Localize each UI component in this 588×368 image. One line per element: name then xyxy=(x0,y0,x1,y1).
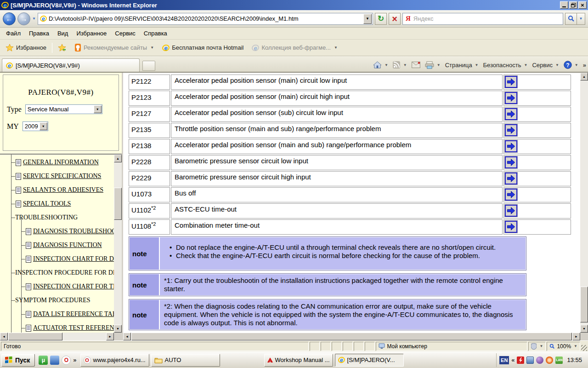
antivirus-icon[interactable] xyxy=(546,356,553,364)
add-favorite-button[interactable] xyxy=(55,42,69,53)
task-workshop-manual[interactable]: Workshop Manual ... xyxy=(264,354,333,367)
clock[interactable]: 13:55 xyxy=(565,356,584,363)
tree-link[interactable]: GENERAL INFORMATION xyxy=(23,159,99,166)
tree-link[interactable]: SEALANTS OR ADHESIVES xyxy=(23,186,103,194)
open-topic-button[interactable] xyxy=(505,205,517,217)
open-topic-button[interactable] xyxy=(505,189,517,201)
tree-item-service-specifications[interactable]: SERVICE SPECIFICATIONS xyxy=(0,169,114,183)
suggested-sites-button[interactable]: Рекомендуемые сайты ▼ xyxy=(72,42,157,53)
tray-alert-icon[interactable] xyxy=(517,356,524,364)
messenger-icon[interactable] xyxy=(50,356,59,365)
tree-link[interactable]: ACTUATOR TEST REFERENCE TABLE xyxy=(33,324,114,332)
scrollbar-thumb[interactable] xyxy=(8,333,62,340)
minimize-button[interactable] xyxy=(560,1,568,9)
tree-item-sealants-or-adhesives[interactable]: SEALANTS OR ADHESIVES xyxy=(0,183,114,197)
tree-item-diagnosis-function[interactable]: DIAGNOSIS FUNCTION xyxy=(0,238,114,252)
back-button[interactable]: ← xyxy=(3,12,16,25)
open-topic-button[interactable] xyxy=(505,108,517,120)
restore-button[interactable] xyxy=(569,1,577,9)
sidebar-vertical-scrollbar[interactable]: ▲ ▼ xyxy=(114,155,122,333)
address-text[interactable]: D:\Avtotools\P-IV(pajero 09)\SERVICE\003… xyxy=(49,15,362,22)
print-button[interactable]: ▼ xyxy=(425,61,441,69)
network-icon[interactable] xyxy=(526,356,534,364)
search-box[interactable]: Я Яндекс xyxy=(402,13,563,25)
open-topic-button[interactable] xyxy=(505,140,517,152)
scroll-left-button[interactable]: ◄ xyxy=(0,333,8,340)
scroll-down-button[interactable]: ▼ xyxy=(114,325,122,333)
refresh-button[interactable]: ↻ xyxy=(375,13,387,25)
open-topic-button[interactable] xyxy=(505,92,517,104)
menu-edit[interactable]: Правка xyxy=(25,29,53,38)
tray-collapse-icon[interactable]: « xyxy=(511,356,514,363)
tab-pajero[interactable]: e [S/M]PAJERO(V8#,V9#) xyxy=(2,58,140,72)
search-dropdown-button[interactable]: ▼ xyxy=(577,13,585,25)
tree-link[interactable]: DATA LIST REFERENCE TABLE xyxy=(33,310,114,318)
search-button[interactable] xyxy=(565,13,577,25)
lan-icon[interactable]: LAN xyxy=(555,356,563,364)
tree-link[interactable]: SPECIAL TOOLS xyxy=(23,200,71,207)
task-pajero4x4[interactable]: O www.pajero4x4.ru... xyxy=(80,354,149,367)
tools-menu-button[interactable]: Сервис▼ xyxy=(532,62,559,69)
feeds-button[interactable]: ▼ xyxy=(393,61,407,69)
protected-mode-button[interactable]: ▼ xyxy=(528,342,546,351)
page-menu-button[interactable]: Страница▼ xyxy=(445,62,479,69)
tree-link[interactable]: INSPECTION CHART FOR DIAGNOSIS xyxy=(33,255,114,263)
web-slices-button[interactable]: e Коллекция веб-фрагме... ▼ xyxy=(249,42,340,53)
history-dropdown-icon[interactable]: ▼ xyxy=(32,17,36,21)
daemon-tools-icon[interactable] xyxy=(536,356,543,364)
scroll-right-button[interactable]: ► xyxy=(106,333,114,340)
menu-view[interactable]: Вид xyxy=(53,29,73,38)
menu-favorites[interactable]: Избранное xyxy=(72,29,111,38)
tree-item-inspection-chart-for-diagnosis[interactable]: INSPECTION CHART FOR DIAGNOSIS xyxy=(0,252,114,266)
hotmail-button[interactable]: e Бесплатная почта Hotmail xyxy=(159,42,246,53)
scroll-down-button[interactable]: ▼ xyxy=(580,325,588,333)
scroll-up-button[interactable]: ▲ xyxy=(114,155,122,162)
mail-button[interactable] xyxy=(412,62,420,68)
tree-link[interactable]: DIAGNOSIS FUNCTION xyxy=(33,242,102,249)
utorrent-icon[interactable]: μ xyxy=(39,356,48,365)
open-topic-button[interactable] xyxy=(505,172,517,184)
forward-button[interactable]: → xyxy=(17,12,30,25)
toolbar-overflow-icon[interactable]: » xyxy=(583,62,586,69)
task-pajero-ie[interactable]: e [S/M]PAJERO(V... xyxy=(335,354,404,367)
tree-item-inspection-chart-for-trouble[interactable]: INSPECTION CHART FOR TROUBLE xyxy=(0,280,114,293)
model-year-select[interactable]: 2009 ▼ xyxy=(23,121,48,131)
tree-link[interactable]: SERVICE SPECIFICATIONS xyxy=(23,172,101,180)
menu-help[interactable]: Справка xyxy=(140,29,171,38)
zoom-control[interactable]: 100% ▼ xyxy=(547,342,580,351)
safety-menu-button[interactable]: Безопасность▼ xyxy=(483,62,528,69)
scroll-left-button[interactable]: ◄ xyxy=(123,333,131,340)
language-indicator[interactable]: EN xyxy=(499,356,509,364)
scroll-up-button[interactable]: ▲ xyxy=(580,73,588,80)
tree-link[interactable]: DIAGNOSIS TROUBLESHOOTING xyxy=(33,228,114,235)
open-topic-button[interactable] xyxy=(505,221,517,233)
open-topic-button[interactable] xyxy=(505,76,517,88)
tree-item-data-list-reference-table[interactable]: DATA LIST REFERENCE TABLE xyxy=(0,307,114,321)
tree-item-general-information[interactable]: GENERAL INFORMATION xyxy=(0,155,114,169)
tree-item-special-tools[interactable]: SPECIAL TOOLS xyxy=(0,197,114,211)
content-vertical-scrollbar[interactable]: ▲ ▼ xyxy=(580,73,588,333)
help-button[interactable]: ? ▼ xyxy=(564,61,578,69)
quick-launch-overflow-icon[interactable]: » xyxy=(73,356,76,363)
favorites-button[interactable]: Избранное xyxy=(3,42,49,53)
scrollbar-thumb[interactable] xyxy=(580,287,588,322)
tree-item-diagnosis-troubleshooting[interactable]: DIAGNOSIS TROUBLESHOOTING xyxy=(0,224,114,238)
open-topic-button[interactable] xyxy=(505,156,517,168)
content-horizontal-scrollbar[interactable]: ◄ ► xyxy=(123,333,580,340)
start-button[interactable]: Пуск xyxy=(1,354,35,367)
sidebar-horizontal-scrollbar[interactable]: ◄ ► xyxy=(0,333,114,340)
type-select[interactable]: Service Manual ▼ xyxy=(25,104,102,114)
stop-button[interactable]: × xyxy=(389,13,401,25)
opera-icon[interactable]: O xyxy=(62,356,71,365)
menu-tools[interactable]: Сервис xyxy=(111,29,140,38)
close-button[interactable]: ✕ xyxy=(578,1,587,9)
address-bar[interactable]: e D:\Avtotools\P-IV(pajero 09)\SERVICE\0… xyxy=(38,13,373,25)
menu-file[interactable]: Файл xyxy=(2,29,25,38)
tree-link[interactable]: INSPECTION CHART FOR TROUBLE xyxy=(33,283,114,290)
scrollbar-thumb[interactable] xyxy=(114,188,122,220)
home-button[interactable]: ▼ xyxy=(373,61,388,69)
address-dropdown-button[interactable]: ▼ xyxy=(363,14,372,24)
new-tab-button[interactable] xyxy=(142,61,155,71)
task-auto-folder[interactable]: AUTO xyxy=(151,354,220,367)
search-placeholder[interactable]: Яндекс xyxy=(413,15,560,22)
